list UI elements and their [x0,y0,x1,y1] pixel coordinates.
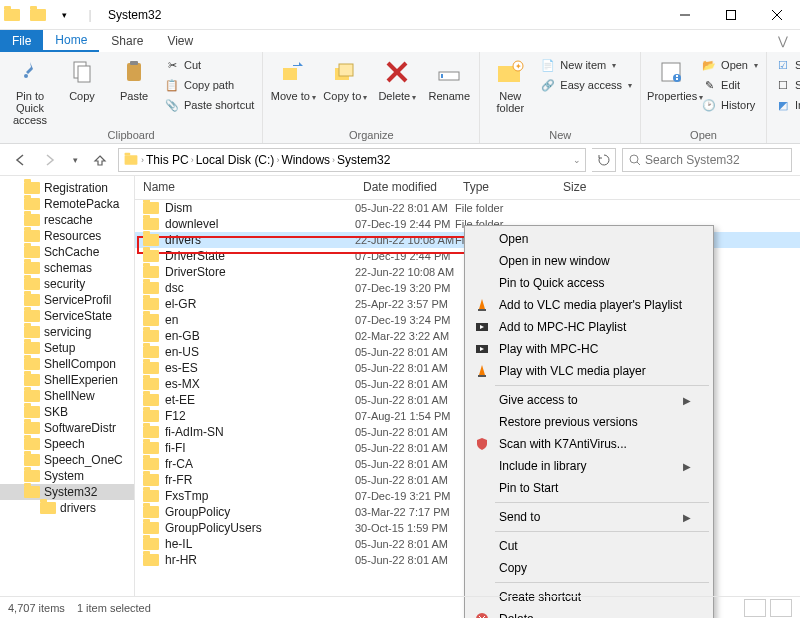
tab-view[interactable]: View [155,30,205,52]
qat-dropdown[interactable]: ▾ [52,4,76,26]
search-input[interactable]: Search System32 [622,148,792,172]
ctx-restore-previous-versions[interactable]: Restore previous versions [467,411,711,433]
nav-item-speech[interactable]: Speech [0,436,134,452]
file-date: 07-Dec-19 2:44 PM [355,218,455,230]
nav-item-registration[interactable]: Registration [0,180,134,196]
nav-item-servicing[interactable]: servicing [0,324,134,340]
nav-item-softwaredistr[interactable]: SoftwareDistr [0,420,134,436]
refresh-button[interactable] [592,148,616,172]
back-button[interactable] [8,148,32,172]
ctx-open[interactable]: Open [467,228,711,250]
nav-item-security[interactable]: security [0,276,134,292]
nav-item-shellnew[interactable]: ShellNew [0,388,134,404]
column-headers[interactable]: Name Date modified Type Size [135,176,800,200]
copy-button[interactable]: Copy [58,54,106,102]
forward-button[interactable] [38,148,62,172]
history-button[interactable]: 🕑History [699,96,760,114]
context-separator [495,582,709,583]
crumb-this-pc[interactable]: This PC [146,153,189,167]
copy-path-button[interactable]: 📋Copy path [162,76,256,94]
nav-item-schemas[interactable]: schemas [0,260,134,276]
file-name: DriverState [165,249,225,263]
paste-shortcut-button[interactable]: 📎Paste shortcut [162,96,256,114]
cut-button[interactable]: ✂Cut [162,56,256,74]
ribbon-expand[interactable]: ⋁ [766,30,800,52]
new-item-button[interactable]: 📄New item▾ [538,56,634,74]
nav-item-system[interactable]: System [0,468,134,484]
crumb-disk-c[interactable]: Local Disk (C:) [196,153,275,167]
easy-access-button[interactable]: 🔗Easy access▾ [538,76,634,94]
ctx-add-to-mpc-hc-playlist[interactable]: Add to MPC-HC Playlist [467,316,711,338]
ctx-add-to-vlc-media-player-s-playlist[interactable]: Add to VLC media player's Playlist [467,294,711,316]
select-none-button[interactable]: ☐Select none [773,76,800,94]
col-name[interactable]: Name [135,176,355,199]
open-button[interactable]: 📂Open▾ [699,56,760,74]
file-row[interactable]: Dism05-Jun-22 8:01 AMFile folder [135,200,800,216]
nav-item-shellcompon[interactable]: ShellCompon [0,356,134,372]
nav-item-rescache[interactable]: rescache [0,212,134,228]
ctx-copy[interactable]: Copy [467,557,711,579]
context-label: Cut [499,539,518,553]
nav-item-skb[interactable]: SKB [0,404,134,420]
crumb-system32[interactable]: System32 [337,153,390,167]
details-view-button[interactable] [744,599,766,617]
ctx-include-in-library[interactable]: Include in library▶ [467,455,711,477]
context-label: Open in new window [499,254,610,268]
qat-folder-icon[interactable] [26,4,50,26]
nav-item-drivers[interactable]: drivers [0,500,134,516]
new-folder-button[interactable]: ✦ New folder [486,54,534,114]
nav-item-shellexperien[interactable]: ShellExperien [0,372,134,388]
invert-selection-button[interactable]: ◩Invert selection [773,96,800,114]
tab-share[interactable]: Share [99,30,155,52]
svg-point-23 [630,155,638,163]
nav-item-servicestate[interactable]: ServiceState [0,308,134,324]
nav-item-system32[interactable]: System32 [0,484,134,500]
address-dropdown[interactable]: ⌄ [573,155,581,165]
file-name: fi-AdIm-SN [165,425,224,439]
pin-quick-access-button[interactable]: Pin to Quick access [6,54,54,126]
ctx-play-with-mpc-hc[interactable]: Play with MPC-HC [467,338,711,360]
ctx-cut[interactable]: Cut [467,535,711,557]
rename-button[interactable]: Rename [425,54,473,102]
nav-item-speech_onec[interactable]: Speech_OneC [0,452,134,468]
file-date: 05-Jun-22 8:01 AM [355,426,455,438]
tab-file[interactable]: File [0,30,43,52]
up-button[interactable] [88,148,112,172]
minimize-button[interactable] [662,0,708,30]
col-type[interactable]: Type [455,176,555,199]
folder-icon [24,406,40,418]
maximize-button[interactable] [708,0,754,30]
select-all-button[interactable]: ☑Select all [773,56,800,74]
recent-dropdown[interactable]: ▾ [68,148,82,172]
ctx-send-to[interactable]: Send to▶ [467,506,711,528]
edit-button[interactable]: ✎Edit [699,76,760,94]
col-size[interactable]: Size [555,176,800,199]
copy-to-button[interactable]: Copy to▾ [321,54,369,102]
ctx-give-access-to[interactable]: Give access to▶ [467,389,711,411]
nav-tree[interactable]: RegistrationRemotePackarescacheResources… [0,176,135,596]
qat-sep: | [78,4,102,26]
nav-item-schcache[interactable]: SchCache [0,244,134,260]
ctx-pin-to-start[interactable]: Pin to Start [467,477,711,499]
move-to-button[interactable]: Move to▾ [269,54,317,102]
address-bar[interactable]: › This PC› Local Disk (C:)› Windows› Sys… [118,148,586,172]
nav-item-setup[interactable]: Setup [0,340,134,356]
nav-item-serviceprofil[interactable]: ServiceProfil [0,292,134,308]
ctx-scan-with-k-antivirus-[interactable]: Scan with K7AntiVirus... [467,433,711,455]
nav-item-remotepacka[interactable]: RemotePacka [0,196,134,212]
file-date: 05-Jun-22 8:01 AM [355,442,455,454]
ctx-play-with-vlc-media-player[interactable]: Play with VLC media player [467,360,711,382]
tab-home[interactable]: Home [43,30,99,52]
paste-button[interactable]: Paste [110,54,158,102]
close-button[interactable] [754,0,800,30]
delete-button[interactable]: Delete▾ [373,54,421,102]
context-menu[interactable]: OpenOpen in new windowPin to Quick acces… [464,225,714,618]
col-date[interactable]: Date modified [355,176,455,199]
icons-view-button[interactable] [770,599,792,617]
file-date: 05-Jun-22 8:01 AM [355,474,455,486]
ctx-pin-to-quick-access[interactable]: Pin to Quick access [467,272,711,294]
crumb-windows[interactable]: Windows [281,153,330,167]
ctx-open-in-new-window[interactable]: Open in new window [467,250,711,272]
nav-item-resources[interactable]: Resources [0,228,134,244]
properties-button[interactable]: Properties▾ [647,54,695,102]
